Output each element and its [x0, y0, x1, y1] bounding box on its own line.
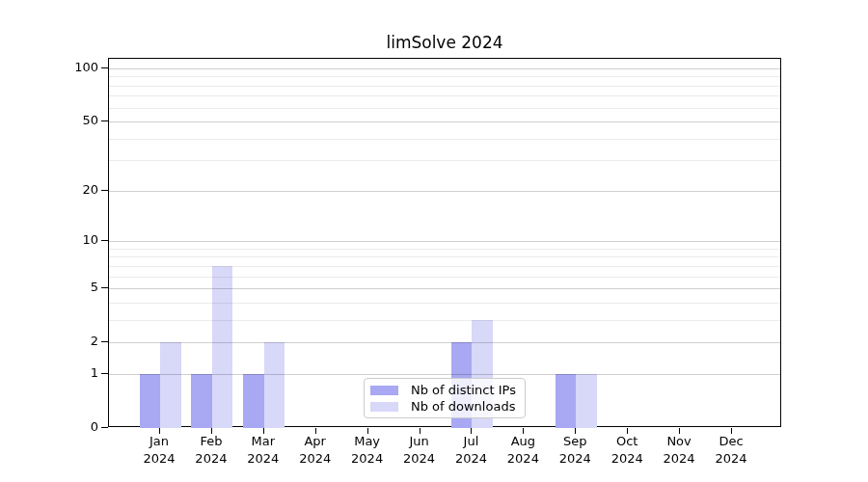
- plot-area: [108, 58, 781, 427]
- y-tick-label: 2: [37, 334, 98, 348]
- y-tick-label: 0: [37, 419, 98, 434]
- minor-gridline: [109, 266, 780, 267]
- download-stats-chart: limSolve 2024 0125102050100Jan2024Feb202…: [0, 0, 868, 482]
- y-tick-label: 5: [37, 280, 98, 294]
- minor-gridline: [109, 160, 780, 161]
- legend: Nb of distinct IPs Nb of downloads: [364, 378, 526, 418]
- major-gridline: [109, 374, 780, 375]
- major-gridline: [109, 68, 780, 69]
- legend-label-distinct-ips: Nb of distinct IPs: [411, 383, 516, 397]
- y-tick-mark: [101, 67, 108, 68]
- legend-item-distinct-ips: Nb of distinct IPs: [370, 383, 519, 397]
- x-tick-year: 2024: [700, 450, 762, 468]
- y-tick-mark: [101, 373, 108, 374]
- major-gridline: [109, 288, 780, 289]
- major-gridline: [109, 241, 780, 242]
- y-tick-mark: [101, 120, 108, 121]
- major-gridline: [109, 121, 780, 122]
- minor-gridline: [109, 303, 780, 304]
- y-tick-mark: [101, 240, 108, 241]
- y-tick-mark: [101, 190, 108, 191]
- y-tick-label: 1: [37, 365, 98, 380]
- y-tick-label: 20: [37, 182, 98, 197]
- minor-gridline: [109, 277, 780, 278]
- minor-gridline: [109, 108, 780, 109]
- minor-gridline: [109, 76, 780, 77]
- minor-gridline: [109, 95, 780, 96]
- minor-gridline: [109, 86, 780, 87]
- legend-swatch-downloads: [370, 402, 398, 412]
- y-tick-label: 50: [37, 113, 98, 127]
- legend-item-downloads: Nb of downloads: [370, 399, 519, 414]
- legend-label-downloads: Nb of downloads: [411, 399, 515, 414]
- minor-gridline: [109, 256, 780, 257]
- legend-swatch-distinct-ips: [370, 386, 398, 395]
- major-gridline: [109, 342, 780, 343]
- minor-gridline: [109, 139, 780, 140]
- major-gridline: [109, 191, 780, 192]
- y-tick-mark: [101, 341, 108, 342]
- x-tick-month: Dec: [700, 433, 762, 450]
- minor-gridline: [109, 249, 780, 250]
- y-tick-label: 100: [37, 60, 98, 74]
- gridlines-layer: [109, 59, 780, 426]
- chart-title: limSolve 2024: [108, 33, 781, 52]
- y-tick-mark: [101, 427, 108, 428]
- minor-gridline: [109, 320, 780, 321]
- y-tick-mark: [101, 287, 108, 288]
- y-tick-label: 10: [37, 232, 98, 247]
- x-tick-label: Dec2024: [700, 433, 762, 468]
